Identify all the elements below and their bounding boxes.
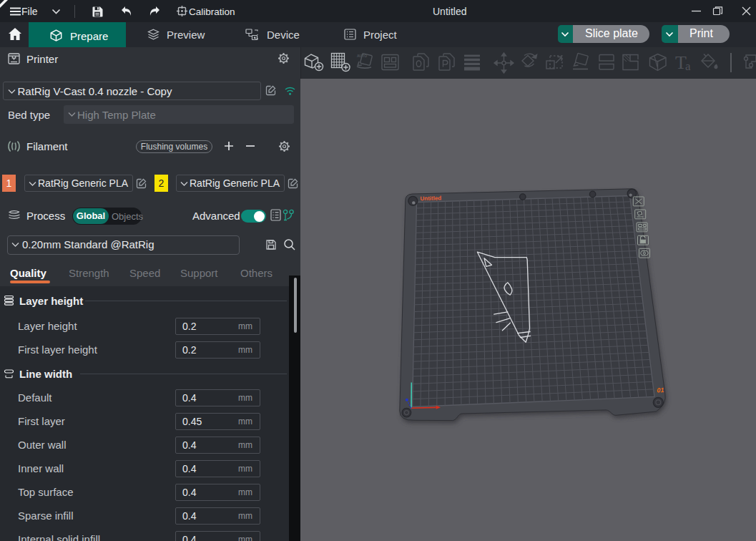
svg-text:a: a [685, 59, 691, 73]
svg-text:AUTO: AUTO [357, 54, 367, 58]
svg-text:01: 01 [657, 386, 664, 394]
svg-text:Untitled: Untitled [420, 195, 441, 202]
